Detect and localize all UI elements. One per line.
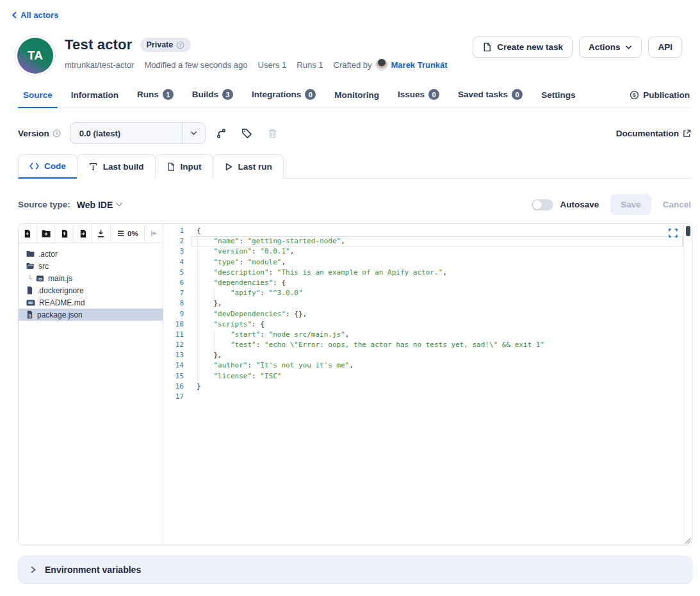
main-tabs: SourceInformationRuns1Builds3Integration… <box>18 86 691 108</box>
help-icon[interactable]: ? <box>53 129 61 138</box>
source-type-select[interactable]: Web IDE <box>77 200 124 210</box>
file-export-button[interactable] <box>74 224 92 243</box>
chevron-down-icon <box>625 45 632 50</box>
environment-variables-panel[interactable]: Environment variables <box>18 556 692 584</box>
line-number: 5 <box>163 268 191 278</box>
file-row-README-md[interactable]: MDREADME.md <box>19 296 163 309</box>
file-row-package-json[interactable]: {}package.json <box>19 309 163 321</box>
fullscreen-icon[interactable] <box>669 229 678 238</box>
code-line[interactable]: "start": "node src/main.js", <box>191 330 683 340</box>
subtab-last-build[interactable]: Last build <box>77 154 156 179</box>
subtab-label: Input <box>181 162 202 172</box>
collapse-panel-button[interactable] <box>145 224 163 243</box>
save-button[interactable]: Save <box>610 194 651 215</box>
line-number: 11 <box>163 330 191 340</box>
code-editor[interactable]: 1234567891011121314151617 { "name": "get… <box>163 224 692 545</box>
author-avatar <box>376 59 387 70</box>
code-line[interactable]: { <box>191 226 683 236</box>
file-tree: .actorsrc└JSmain.js.dockerignoreMDREADME… <box>19 243 163 321</box>
author-link[interactable]: Marek Trunkát <box>391 60 448 70</box>
resize-handle-icon[interactable] <box>683 536 691 544</box>
file-plus-icon <box>23 229 31 238</box>
code-line[interactable]: "license": "ISC" <box>191 371 683 382</box>
code-line[interactable]: } <box>191 382 683 392</box>
git-branch-button[interactable] <box>212 124 231 143</box>
svg-text:JS: JS <box>38 277 42 280</box>
code-area[interactable]: { "name": "getting-started-node", "versi… <box>191 226 683 402</box>
code-line[interactable]: "test": "echo \"Error: oops, the actor h… <box>191 340 683 350</box>
actor-path: mtrunkat/test-actor <box>65 60 134 70</box>
file-row-dockerignore[interactable]: .dockerignore <box>19 284 163 296</box>
actions-button[interactable]: Actions <box>579 36 642 58</box>
tab-label: Saved tasks <box>458 90 508 99</box>
cancel-button[interactable]: Cancel <box>663 200 691 209</box>
tab-integrations[interactable]: Integrations0 <box>247 86 321 108</box>
file-name: main.js <box>48 274 72 283</box>
tab-builds[interactable]: Builds3 <box>187 86 238 108</box>
indent-guide <box>214 330 215 350</box>
subtab-input[interactable]: Input <box>155 154 213 179</box>
tab-runs[interactable]: Runs1 <box>132 86 179 108</box>
version-select[interactable]: 0.0 (latest) <box>70 122 206 144</box>
subtab-code[interactable]: Code <box>18 154 77 179</box>
env-panel-title: Environment variables <box>45 565 141 575</box>
file-name: package.json <box>37 310 83 319</box>
delete-version-button[interactable] <box>263 124 282 143</box>
api-button[interactable]: API <box>648 36 682 58</box>
code-line[interactable]: "scripts": { <box>191 319 683 330</box>
indent-guide <box>197 236 198 382</box>
tab-monitoring[interactable]: Monitoring <box>329 88 384 108</box>
code-line[interactable]: "type": "module", <box>191 257 683 268</box>
file-row-src[interactable]: src <box>19 260 163 272</box>
autosave-toggle[interactable] <box>532 199 553 211</box>
code-line[interactable]: "name": "getting-started-node", <box>191 236 683 246</box>
chevron-right-icon <box>29 565 37 574</box>
file-upload-button[interactable] <box>55 224 74 243</box>
source-type-label: Source type: <box>18 200 70 209</box>
play-icon <box>224 162 233 172</box>
line-number: 7 <box>163 288 191 298</box>
code-line[interactable]: "version": "0.0.1", <box>191 246 683 257</box>
code-line[interactable]: }, <box>191 298 683 309</box>
tab-label: Issues <box>398 90 425 99</box>
usage-indicator[interactable]: 0% <box>111 224 145 243</box>
file-plus-button[interactable] <box>19 224 37 243</box>
line-number-gutter: 1234567891011121314151617 <box>163 226 191 402</box>
code-line[interactable]: }, <box>191 350 683 360</box>
help-icon[interactable]: ? <box>176 41 184 49</box>
tab-saved-tasks[interactable]: Saved tasks0 <box>453 86 528 108</box>
create-new-task-button[interactable]: Create new task <box>473 36 573 58</box>
tab-information[interactable]: Information <box>66 88 124 108</box>
tag-button[interactable] <box>238 124 257 143</box>
code-line[interactable]: "author": "It's not you it's me", <box>191 360 683 371</box>
file-name: README.md <box>39 298 85 307</box>
subtab-last-run[interactable]: Last run <box>213 154 284 179</box>
code-line[interactable]: "description": "This is an example of an… <box>191 268 683 278</box>
tab-issues[interactable]: Issues0 <box>393 86 444 108</box>
tab-settings[interactable]: Settings <box>536 88 580 108</box>
documentation-link[interactable]: Documentation <box>616 129 691 138</box>
vertical-scrollbar[interactable] <box>683 224 692 537</box>
tab-publication[interactable]: $ Publication <box>628 88 691 108</box>
line-number: 8 <box>163 298 191 309</box>
folder-plus-button[interactable] <box>37 224 56 243</box>
code-line[interactable]: "apify": "^3.0.0" <box>191 288 683 298</box>
code-line[interactable] <box>191 392 683 402</box>
breadcrumb-all-actors[interactable]: All actors <box>12 10 58 20</box>
scrollbar-thumb[interactable] <box>686 226 690 236</box>
file-row-actor[interactable]: .actor <box>19 248 163 260</box>
line-number: 17 <box>163 392 191 402</box>
tab-source[interactable]: Source <box>18 88 58 108</box>
tab-label: Runs <box>137 90 159 99</box>
line-number: 12 <box>163 340 191 350</box>
file-toolbar: 0% <box>19 224 163 243</box>
file-icon <box>26 286 33 294</box>
tab-count-badge: 3 <box>222 89 233 100</box>
file-row-main-js[interactable]: └JSmain.js <box>19 272 163 284</box>
download-button[interactable] <box>92 224 111 243</box>
code-line[interactable]: "devDependencies": {}, <box>191 309 683 319</box>
code-line[interactable]: "dependencies": { <box>191 278 683 288</box>
md-file-icon: MD <box>26 299 35 307</box>
code-icon <box>29 162 39 170</box>
new-task-file-icon <box>482 42 492 52</box>
